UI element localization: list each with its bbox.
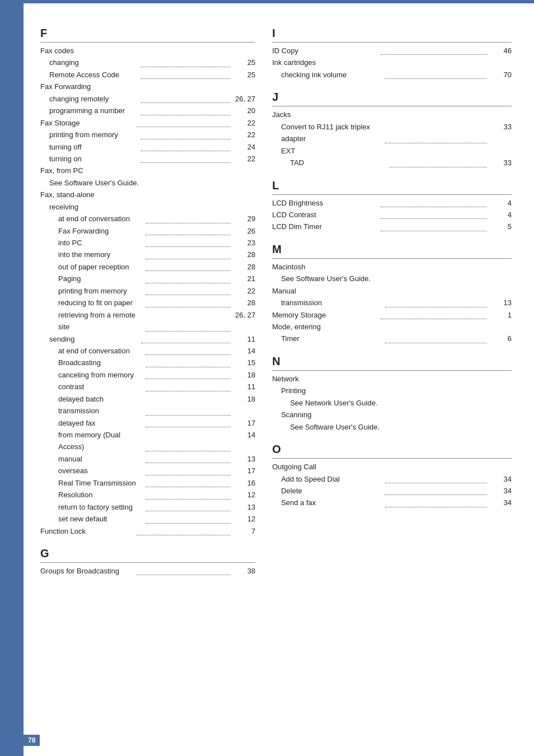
entry-page: 38	[233, 565, 255, 577]
entry-label: out of paper reception	[58, 261, 143, 273]
entry-dots	[381, 197, 487, 207]
index-entry: Manual	[272, 285, 512, 297]
entry-label: transmission	[281, 297, 383, 309]
entry-label: set new default	[58, 513, 143, 525]
entry-page: 22	[233, 153, 255, 165]
entry-page: 20	[233, 105, 255, 116]
entry-dots	[146, 273, 231, 283]
entry-page: 17	[233, 417, 255, 429]
entry-page: 28	[233, 261, 255, 273]
entry-label: turning on	[49, 153, 139, 165]
entry-dots	[390, 157, 487, 167]
index-entry: Macintosh	[272, 261, 512, 273]
entry-page: 26	[233, 225, 255, 237]
entry-page: 18	[233, 393, 255, 417]
index-entry: receiving	[40, 201, 255, 213]
entry-label: Resolution	[58, 489, 143, 501]
entry-dots	[385, 485, 487, 495]
entry-dots	[146, 237, 231, 247]
index-entry: Add to Speed Dial34	[272, 473, 512, 485]
index-entry: Resolution12	[40, 489, 255, 501]
entry-dots	[141, 333, 231, 343]
entry-page: 17	[233, 465, 255, 477]
index-entry: Mode, entering	[272, 321, 512, 333]
index-entry: Printing	[272, 385, 512, 396]
entry-dots	[381, 221, 487, 231]
entry-label: Broadcasting	[58, 357, 143, 368]
entry-label: Real Time Transmission	[58, 477, 143, 489]
entry-label: reducing to fit on paper	[58, 297, 143, 309]
entry-dots	[137, 525, 231, 535]
entry-label: manual	[58, 453, 143, 465]
entry-dots	[146, 309, 231, 332]
index-entry: See Software User's Guide.	[272, 421, 512, 433]
entry-label: delayed batch transmission	[58, 393, 143, 417]
index-entry: Function Lock7	[40, 525, 255, 537]
entry-dots	[385, 473, 487, 483]
entry-dots	[146, 453, 231, 463]
index-entry: printing from memory22	[40, 285, 255, 297]
index-entry: See Network User's Guide.	[272, 397, 512, 409]
entry-label: overseas	[58, 465, 143, 477]
entry-dots	[141, 141, 231, 151]
index-entry: See Software User's Guide.	[272, 273, 512, 284]
index-entry: return to factory setting13	[40, 501, 255, 513]
entry-label: Remote Access Code	[49, 69, 139, 81]
content-area: FFax codeschanging25Remote Access Code25…	[24, 0, 534, 756]
entry-page: 29	[233, 213, 255, 225]
index-entry: turning off24	[40, 141, 255, 153]
entry-page: 1	[489, 309, 512, 321]
entry-dots	[385, 333, 487, 343]
entry-dots	[141, 93, 231, 103]
entry-dots	[146, 429, 231, 451]
entry-label: LCD Brightness	[272, 197, 378, 209]
entry-dots	[146, 501, 231, 511]
index-entry: turning on22	[40, 153, 255, 165]
entry-page: 4	[489, 197, 512, 209]
entry-label: printing from memory	[49, 129, 139, 141]
index-section: NNetworkPrintingSee Network User's Guide…	[272, 355, 512, 433]
entry-page: 15	[233, 357, 255, 368]
entry-page: 21	[233, 273, 255, 284]
entry-dots	[146, 489, 231, 499]
index-entry: canceling from memory18	[40, 369, 255, 381]
entry-label: Fax Forwarding	[58, 225, 143, 237]
entry-page: 14	[233, 345, 255, 357]
entry-page: 4	[489, 209, 512, 221]
entry-dots	[141, 153, 231, 163]
index-entry: retrieving from a remote site26, 27	[40, 309, 255, 333]
index-entry: at end of conversation29	[40, 213, 255, 225]
entry-dots	[141, 57, 231, 67]
entry-dots	[141, 105, 231, 115]
index-entry: delayed batch transmission18	[40, 393, 255, 417]
entry-page: 12	[233, 489, 255, 501]
index-entry: Timer6	[272, 333, 512, 344]
index-entry: programming a number20	[40, 105, 255, 116]
index-entry: into PC23	[40, 237, 255, 249]
entry-label: at end of conversation	[58, 213, 143, 225]
entry-page: 34	[489, 485, 512, 497]
entry-label: Memory Storage	[272, 309, 378, 321]
entry-label: LCD Contrast	[272, 209, 378, 221]
entry-dots	[385, 497, 487, 507]
index-entry: Fax Storage22	[40, 117, 255, 129]
entry-label: from memory (Dual Access)	[58, 429, 143, 453]
index-entry: EXT	[272, 145, 512, 157]
entry-label: turning off	[49, 141, 139, 153]
entry-page: 24	[233, 141, 255, 153]
index-entry: See Software User's Guide.	[40, 177, 255, 189]
entry-dots	[146, 513, 231, 523]
entry-page: 22	[233, 285, 255, 297]
index-entry: from memory (Dual Access)14	[40, 429, 255, 453]
section-letter: I	[272, 27, 512, 43]
section-letter: L	[272, 179, 512, 195]
index-entry: overseas17	[40, 465, 255, 477]
entry-dots	[146, 249, 231, 259]
entry-dots	[385, 69, 487, 79]
entry-dots	[381, 45, 487, 55]
entry-page: 28	[233, 297, 255, 309]
entry-page: 13	[233, 501, 255, 513]
index-entry: at end of conversation14	[40, 345, 255, 357]
entry-label: Add to Speed Dial	[281, 473, 383, 485]
index-entry: delayed fax17	[40, 417, 255, 429]
